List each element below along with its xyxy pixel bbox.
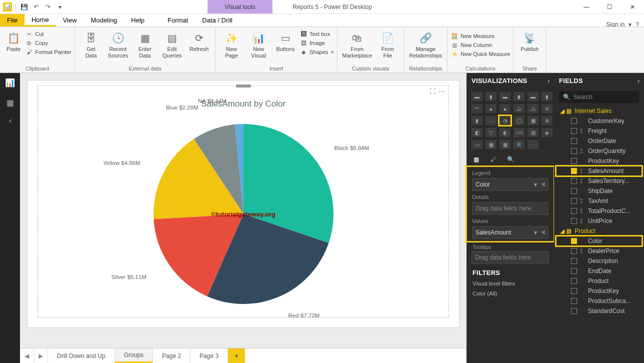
viz-stacked-bar[interactable]: ▬ <box>472 92 482 101</box>
viz-table[interactable]: ▦ <box>486 140 496 149</box>
text-box-button[interactable]: 🅰Text box <box>300 30 334 38</box>
analytics-tab-icon[interactable]: 🔍 <box>507 156 514 163</box>
field-salesterritory[interactable]: ΣSalesTerritory... <box>556 176 642 186</box>
undo-icon[interactable]: ↶ <box>32 2 40 12</box>
legend-slot[interactable]: Color▾✕ <box>472 178 548 191</box>
table-internet-sales[interactable]: ◢ ▦ Internet Sales <box>556 106 642 116</box>
field-unitprice[interactable]: ΣUnitPrice <box>556 216 642 226</box>
field-productsubcat[interactable]: ProductSubca... <box>556 296 642 306</box>
paste-button[interactable]: 📋Paste <box>3 29 24 56</box>
maximize-button[interactable]: ☐ <box>598 0 621 14</box>
report-canvas[interactable]: ⛶ ⋯ SalesAmount by Color ©tutorialgatewa… <box>20 73 466 348</box>
tab-data-drill[interactable]: Data / Drill <box>195 14 240 26</box>
format-tab-icon[interactable]: 🖌 <box>490 156 496 163</box>
details-slot[interactable]: Drag data fields here <box>472 202 548 215</box>
new-visual-button[interactable]: 📊New Visual <box>246 29 272 58</box>
viz-gauge[interactable]: ◐ <box>500 128 510 137</box>
viz-clustered-col[interactable]: ▮ <box>514 92 524 101</box>
drag-handle-icon[interactable] <box>236 84 251 88</box>
focus-mode-icon[interactable]: ⛶ <box>430 88 436 95</box>
viz-combo2[interactable]: ⧋ <box>528 104 538 113</box>
viz-stacked-col[interactable]: ▮ <box>486 92 496 101</box>
buttons-button[interactable]: ▭Buttons <box>272 29 298 58</box>
enter-data-button[interactable]: ▦Enter Data <box>132 29 158 58</box>
tooltips-slot[interactable]: Drag data fields here <box>472 251 549 264</box>
model-view-icon[interactable]: ᔊ <box>4 117 16 128</box>
viz-combo1[interactable]: ⧋ <box>514 104 524 113</box>
tab-file[interactable]: File <box>0 14 24 26</box>
new-page-button[interactable]: ✨New Page <box>218 29 244 58</box>
viz-line[interactable]: 〜 <box>472 104 482 113</box>
viz-100-bar[interactable]: ▬ <box>528 92 538 101</box>
from-marketplace-button[interactable]: 🛍From Marketplace <box>340 29 374 58</box>
image-button[interactable]: 🖼Image <box>300 39 334 47</box>
values-slot[interactable]: SalesAmount▾✕ <box>472 226 548 239</box>
viz-donut[interactable]: ◯ <box>514 116 524 125</box>
table-product[interactable]: ◢ ▦ Product <box>556 226 642 236</box>
tab-prev-icon[interactable]: ◀ <box>20 348 34 363</box>
viz-scatter[interactable]: ∴ <box>486 116 496 125</box>
tab-home[interactable]: Home <box>24 14 56 26</box>
viz-r[interactable]: R <box>514 140 524 149</box>
viz-more[interactable]: ⋯ <box>528 140 538 149</box>
field-color[interactable]: Color <box>556 236 642 246</box>
viz-filled-map[interactable]: ◧ <box>472 128 482 137</box>
new-measure-button[interactable]: 🧮New Measure <box>450 32 510 40</box>
field-productkey2[interactable]: ProductKey <box>556 286 642 296</box>
add-page-button[interactable]: + <box>228 348 245 363</box>
report-view-icon[interactable]: 📊 <box>4 77 16 88</box>
visual-menu-icon[interactable]: ⋯ <box>438 88 444 95</box>
refresh-button[interactable]: ⟳Refresh <box>186 29 212 58</box>
field-taxamt[interactable]: ΣTaxAmt <box>556 196 642 206</box>
field-salesamount[interactable]: ΣSalesAmount <box>556 166 642 176</box>
viz-ribbon[interactable]: ≋ <box>542 104 552 113</box>
fields-header[interactable]: FIELDS› <box>554 73 644 88</box>
viz-pie[interactable]: ◔ <box>500 116 510 125</box>
field-productkey[interactable]: ProductKey <box>556 156 642 166</box>
field-dealerprice[interactable]: ΣDealerPrice <box>556 246 642 256</box>
tab-help[interactable]: Help <box>124 14 152 26</box>
fields-search[interactable]: 🔍Search <box>559 91 639 103</box>
field-shipdate[interactable]: ShipDate <box>556 186 642 196</box>
tab-next-icon[interactable]: ▶ <box>34 348 48 363</box>
tab-modeling[interactable]: Modeling <box>84 14 124 26</box>
page-tab-drill[interactable]: Drill Down and Up <box>48 348 115 363</box>
visualizations-header[interactable]: VISUALIZATIONS› <box>466 73 554 88</box>
field-orderdate[interactable]: OrderDate <box>556 136 642 146</box>
shapes-button[interactable]: ◆Shapes▾ <box>300 48 334 56</box>
publish-button[interactable]: 📡Publish <box>516 29 542 52</box>
data-view-icon[interactable]: ▦ <box>4 97 16 108</box>
viz-funnel[interactable]: ▽ <box>486 128 496 137</box>
get-data-button[interactable]: 🗄Get Data <box>78 29 104 58</box>
manage-relationships-button[interactable]: 🔗Manage Relationships <box>407 29 444 58</box>
field-freight[interactable]: ΣFreight <box>556 126 642 136</box>
pie-chart-visual[interactable]: ⛶ ⋯ SalesAmount by Color ©tutorialgatewa… <box>38 86 449 318</box>
cut-button[interactable]: ✂Cut <box>25 30 72 38</box>
viz-card[interactable]: 123 <box>514 128 524 137</box>
save-icon[interactable]: 💾 <box>20 2 28 12</box>
copy-button[interactable]: ⧉Copy <box>25 39 72 47</box>
fields-tab-icon[interactable]: ▦ <box>474 156 479 163</box>
page-tab-page3[interactable]: Page 3 <box>190 348 228 363</box>
recent-sources-button[interactable]: 🕓Recent Sources <box>105 29 131 58</box>
tab-format[interactable]: Format <box>160 14 195 26</box>
new-quick-measure-button[interactable]: ⚡New Quick Measure <box>450 50 510 58</box>
field-enddate[interactable]: EndDate <box>556 266 642 276</box>
format-painter-button[interactable]: 🖌Format Painter <box>25 48 72 56</box>
field-orderqty[interactable]: ΣOrderQuantity <box>556 146 642 156</box>
viz-treemap[interactable]: ▦ <box>528 116 538 125</box>
filter-color-all[interactable]: Color (All) <box>466 290 554 300</box>
redo-icon[interactable]: ↷ <box>44 2 52 12</box>
viz-waterfall[interactable]: ▮ <box>472 116 482 125</box>
viz-clustered-bar[interactable]: ▬ <box>500 92 510 101</box>
page-tab-groups[interactable]: Groups <box>115 348 153 363</box>
close-button[interactable]: ✕ <box>621 0 644 14</box>
minimize-button[interactable]: — <box>575 0 598 14</box>
viz-multi-card[interactable]: ▤ <box>528 128 538 137</box>
from-file-button[interactable]: 📄From File <box>374 29 400 58</box>
viz-stacked-area[interactable]: ▲ <box>500 104 510 113</box>
field-product[interactable]: Product <box>556 276 642 286</box>
viz-slicer[interactable]: ▭ <box>472 140 482 149</box>
new-column-button[interactable]: ▥New Column <box>450 41 510 49</box>
qat-chevron-icon[interactable]: ▾ <box>56 2 64 12</box>
